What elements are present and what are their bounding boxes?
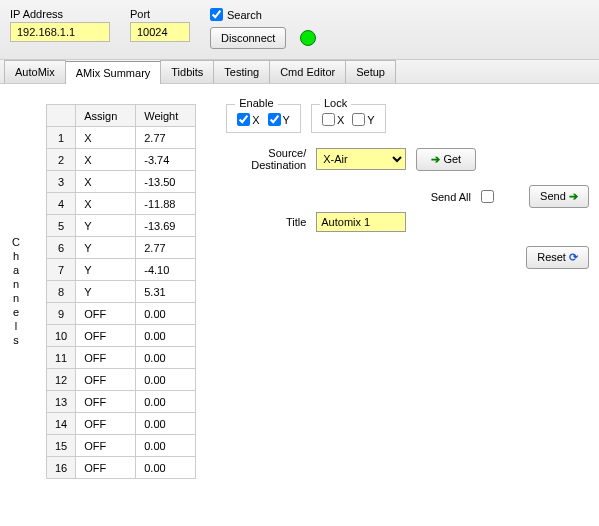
table-row: 9OFF0.00 — [47, 303, 196, 325]
tab-automix[interactable]: AutoMix — [4, 60, 66, 83]
lock-x-checkbox[interactable] — [322, 113, 335, 126]
row-num: 10 — [47, 325, 76, 347]
enable-y-checkbox[interactable] — [268, 113, 281, 126]
cell-weight[interactable]: -3.74 — [136, 149, 196, 171]
get-button[interactable]: ➔ Get — [416, 148, 476, 171]
lock-group: Lock X Y — [311, 104, 386, 133]
top-right-group: Search Disconnect — [210, 8, 316, 49]
cell-weight[interactable]: 0.00 — [136, 369, 196, 391]
table-row: 4X-11.88 — [47, 193, 196, 215]
top-toolbar: IP Address Port Search Disconnect — [0, 0, 599, 60]
cell-weight[interactable]: -13.69 — [136, 215, 196, 237]
cell-weight[interactable]: -4.10 — [136, 259, 196, 281]
refresh-icon: ⟳ — [569, 251, 578, 263]
table-row: 14OFF0.00 — [47, 413, 196, 435]
send-button[interactable]: Send ➔ — [529, 185, 589, 208]
tab-content: Channels Assign Weight 1X2.772X-3.743X-1… — [0, 84, 599, 499]
cell-weight[interactable]: 0.00 — [136, 347, 196, 369]
row-num: 4 — [47, 193, 76, 215]
title-input[interactable] — [316, 212, 406, 232]
row-num: 1 — [47, 127, 76, 149]
cell-assign[interactable]: OFF — [76, 457, 136, 479]
cell-assign[interactable]: OFF — [76, 303, 136, 325]
channels-vertical-label: Channels — [10, 236, 26, 348]
cell-assign[interactable]: OFF — [76, 391, 136, 413]
cell-assign[interactable]: Y — [76, 281, 136, 303]
cell-weight[interactable]: -13.50 — [136, 171, 196, 193]
source-select[interactable]: X-Air — [316, 148, 406, 170]
search-label: Search — [227, 9, 262, 21]
sendall-row: Send All Send ➔ — [226, 185, 589, 208]
row-num: 7 — [47, 259, 76, 281]
row-num: 6 — [47, 237, 76, 259]
cell-weight[interactable]: 2.77 — [136, 237, 196, 259]
lock-y-checkbox[interactable] — [352, 113, 365, 126]
row-num: 12 — [47, 369, 76, 391]
cell-assign[interactable]: OFF — [76, 325, 136, 347]
send-all-checkbox[interactable] — [481, 190, 494, 203]
table-row: 2X-3.74 — [47, 149, 196, 171]
lock-x[interactable]: X — [322, 113, 344, 126]
cell-assign[interactable]: Y — [76, 215, 136, 237]
cell-weight[interactable]: 0.00 — [136, 413, 196, 435]
disconnect-row: Disconnect — [210, 27, 316, 49]
source-label: Source/Destination — [226, 147, 306, 171]
row-num: 9 — [47, 303, 76, 325]
channel-table: Assign Weight 1X2.772X-3.743X-13.504X-11… — [46, 104, 196, 479]
cell-assign[interactable]: Y — [76, 237, 136, 259]
cell-weight[interactable]: 0.00 — [136, 325, 196, 347]
row-num: 15 — [47, 435, 76, 457]
cell-weight[interactable]: -11.88 — [136, 193, 196, 215]
cell-assign[interactable]: OFF — [76, 435, 136, 457]
col-spacer — [47, 105, 76, 127]
cell-assign[interactable]: OFF — [76, 369, 136, 391]
row-num: 13 — [47, 391, 76, 413]
cell-assign[interactable]: X — [76, 171, 136, 193]
tab-cmd-editor[interactable]: Cmd Editor — [269, 60, 346, 83]
cell-weight[interactable]: 0.00 — [136, 457, 196, 479]
enable-x-checkbox[interactable] — [237, 113, 250, 126]
cell-weight[interactable]: 0.00 — [136, 303, 196, 325]
source-row: Source/Destination X-Air ➔ Get — [226, 147, 589, 171]
table-row: 11OFF0.00 — [47, 347, 196, 369]
tab-bar: AutoMix AMix Summary Tidbits Testing Cmd… — [0, 60, 599, 84]
col-weight: Weight — [136, 105, 196, 127]
table-row: 1X2.77 — [47, 127, 196, 149]
ip-field: IP Address — [10, 8, 110, 42]
reset-row: Reset ⟳ — [226, 246, 589, 269]
cell-assign[interactable]: Y — [76, 259, 136, 281]
reset-button[interactable]: Reset ⟳ — [526, 246, 589, 269]
disconnect-button[interactable]: Disconnect — [210, 27, 286, 49]
port-label: Port — [130, 8, 190, 20]
enable-y[interactable]: Y — [268, 113, 290, 126]
tab-amix-summary[interactable]: AMix Summary — [65, 61, 162, 84]
tab-setup[interactable]: Setup — [345, 60, 396, 83]
status-indicator-icon — [300, 30, 316, 46]
enable-x[interactable]: X — [237, 113, 259, 126]
table-row: 16OFF0.00 — [47, 457, 196, 479]
tab-tidbits[interactable]: Tidbits — [160, 60, 214, 83]
cell-weight[interactable]: 5.31 — [136, 281, 196, 303]
search-checkbox-group: Search — [210, 8, 316, 21]
row-num: 5 — [47, 215, 76, 237]
title-label: Title — [226, 216, 306, 228]
cell-assign[interactable]: OFF — [76, 413, 136, 435]
col-assign: Assign — [76, 105, 136, 127]
cell-assign[interactable]: OFF — [76, 347, 136, 369]
cell-assign[interactable]: X — [76, 127, 136, 149]
search-checkbox[interactable] — [210, 8, 223, 21]
tab-testing[interactable]: Testing — [213, 60, 270, 83]
cell-weight[interactable]: 0.00 — [136, 435, 196, 457]
ip-input[interactable] — [10, 22, 110, 42]
cell-assign[interactable]: X — [76, 149, 136, 171]
title-row: Title — [226, 212, 589, 232]
port-input[interactable] — [130, 22, 190, 42]
cell-weight[interactable]: 0.00 — [136, 391, 196, 413]
port-field: Port — [130, 8, 190, 42]
cell-assign[interactable]: X — [76, 193, 136, 215]
enable-lock-row: Enable X Y Lock X Y — [226, 104, 589, 133]
enable-legend: Enable — [235, 97, 277, 109]
lock-y[interactable]: Y — [352, 113, 374, 126]
enable-group: Enable X Y — [226, 104, 301, 133]
cell-weight[interactable]: 2.77 — [136, 127, 196, 149]
